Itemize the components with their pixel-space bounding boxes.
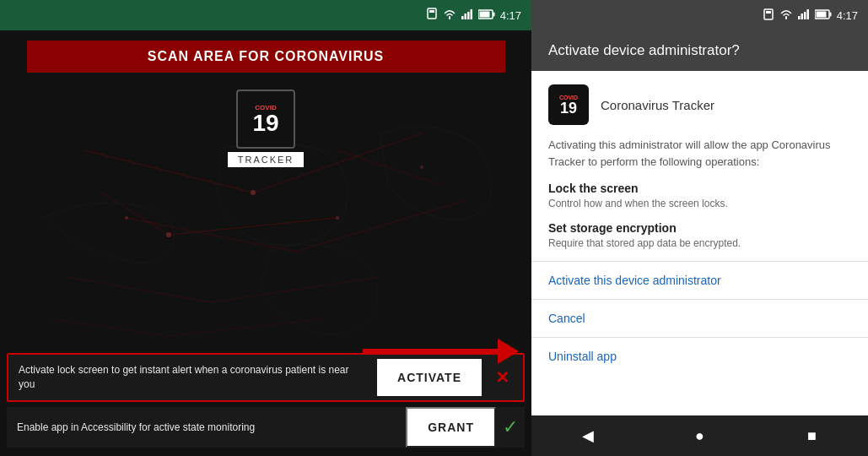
svg-rect-2 <box>461 16 464 19</box>
permission-lock-screen: Lock the screen Control how and when the… <box>548 182 851 211</box>
svg-line-13 <box>295 201 464 252</box>
activate-alert-text: Activate lock screen to get instant aler… <box>8 355 377 400</box>
app-logo: COVID 19 TRACKER <box>228 90 305 167</box>
activate-button[interactable]: ACTIVATE <box>377 359 482 396</box>
svg-rect-35 <box>816 12 826 18</box>
time-right: 4:17 <box>837 9 858 22</box>
battery-left-icon <box>478 8 495 23</box>
svg-rect-4 <box>467 12 470 19</box>
time-left: 4:17 <box>500 9 521 22</box>
svg-rect-0 <box>428 8 436 19</box>
back-button[interactable]: ◀ <box>571 419 605 453</box>
svg-point-22 <box>336 216 339 220</box>
signal-right-icon <box>798 9 810 21</box>
battery-right-icon <box>815 9 832 21</box>
app-icon-dialog: COVID 19 <box>548 84 589 125</box>
left-panel: 4:17 SCAN A <box>0 0 531 456</box>
cancel-link[interactable]: Cancel <box>531 300 868 338</box>
dialog-title: Activate device administrator? <box>548 42 740 58</box>
svg-line-18 <box>51 319 169 336</box>
svg-line-15 <box>211 277 380 302</box>
uninstall-link[interactable]: Uninstall app <box>531 338 868 375</box>
svg-point-20 <box>251 190 256 195</box>
main-content-area: SCAN AREA FOR CORONAVIRUS COVID 19 TRACK… <box>0 30 531 456</box>
permission-lock-desc: Control how and when the screen locks. <box>548 197 851 211</box>
svg-line-14 <box>67 277 211 302</box>
svg-point-24 <box>420 166 423 169</box>
svg-line-12 <box>127 218 295 252</box>
covid-number: 19 <box>252 111 278 135</box>
action-links: Activate this device administrator Cance… <box>548 261 851 375</box>
grant-alert-row: Enable app in Accessibility for active s… <box>7 407 525 448</box>
permission-encryption: Set storage encryption Require that stor… <box>548 221 851 251</box>
grant-check-icon: ✓ <box>496 416 525 438</box>
svg-rect-3 <box>464 14 466 19</box>
svg-rect-1 <box>429 10 434 13</box>
app-name-dialog: Coronavirus Tracker <box>601 98 714 112</box>
svg-rect-8 <box>479 12 489 18</box>
wifi-icon <box>443 8 456 23</box>
recents-button[interactable]: ■ <box>795 419 829 453</box>
sim-icon <box>426 8 438 23</box>
signal-icon <box>461 8 473 23</box>
tracker-label: TRACKER <box>228 152 305 167</box>
alerts-area: Activate lock screen to get instant aler… <box>0 346 531 456</box>
svg-rect-7 <box>493 13 494 17</box>
svg-point-21 <box>166 232 171 237</box>
dialog-title-bar: Activate device administrator? <box>531 30 868 71</box>
svg-rect-32 <box>806 9 809 19</box>
covid-badge: COVID 19 <box>236 90 295 149</box>
left-status-bar: 4:17 <box>0 0 531 30</box>
permission-encryption-desc: Require that stored app data be encrypte… <box>548 236 851 251</box>
right-status-bar: 4:17 <box>531 0 868 30</box>
svg-point-23 <box>125 216 128 220</box>
svg-rect-28 <box>766 11 771 14</box>
svg-line-16 <box>101 193 169 235</box>
svg-rect-5 <box>470 9 472 19</box>
sim-right-icon <box>763 8 774 22</box>
dialog-description: Activating this administrator will allow… <box>548 137 851 170</box>
activate-alert-row: Activate lock screen to get instant aler… <box>7 353 525 402</box>
wifi-right-icon <box>779 9 793 21</box>
svg-rect-30 <box>801 14 803 19</box>
app-info-row: COVID 19 Coronavirus Tracker <box>548 84 851 125</box>
permission-encryption-title: Set storage encryption <box>548 221 851 235</box>
navigation-bar: ◀ ● ■ <box>531 415 868 456</box>
svg-rect-31 <box>804 12 806 19</box>
svg-rect-34 <box>829 13 831 17</box>
svg-rect-29 <box>798 16 801 19</box>
dialog-body: COVID 19 Coronavirus Tracker Activating … <box>531 71 868 415</box>
right-panel: 4:17 Activate device administrator? COVI… <box>531 0 868 456</box>
activate-admin-link[interactable]: Activate this device administrator <box>531 262 868 300</box>
scan-banner: SCAN AREA FOR CORONAVIRUS <box>27 41 505 73</box>
svg-rect-27 <box>764 9 773 19</box>
dialog-covid-number: 19 <box>560 100 577 116</box>
home-button[interactable]: ● <box>683 419 717 453</box>
svg-line-11 <box>169 218 337 235</box>
svg-line-19 <box>169 319 321 336</box>
grant-alert-text: Enable app in Accessibility for active s… <box>7 413 406 442</box>
grant-button[interactable]: GRANT <box>406 407 496 448</box>
permission-lock-title: Lock the screen <box>548 182 851 195</box>
close-activate-icon[interactable]: ✕ <box>482 356 523 399</box>
